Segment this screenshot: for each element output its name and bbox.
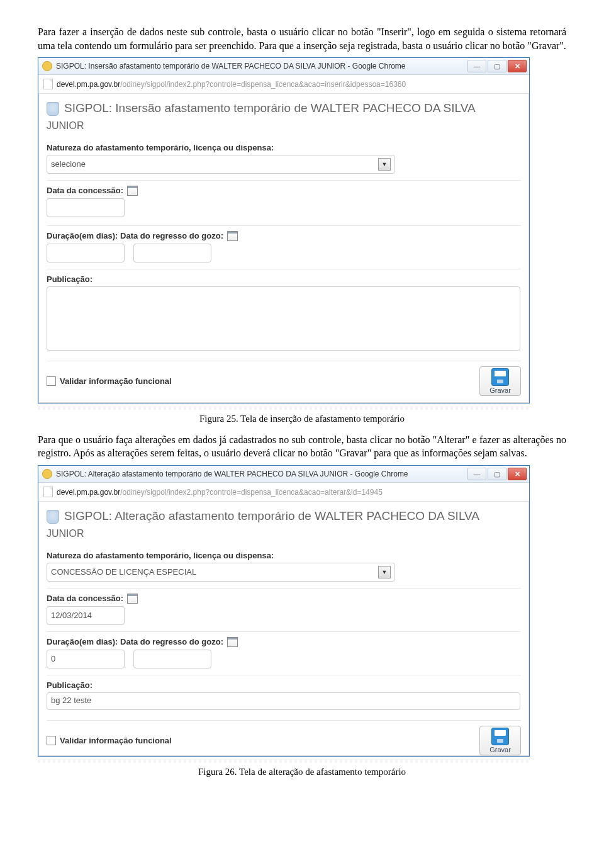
publicacao-label: Publicação:: [47, 680, 521, 690]
page-title-line2: JUNIOR: [47, 120, 521, 132]
chevron-down-icon[interactable]: ▼: [378, 158, 391, 171]
calendar-icon[interactable]: [227, 231, 238, 241]
save-disk-icon: [491, 728, 509, 745]
window-title: SIGPOL: Insersão afastamento temporário …: [56, 62, 466, 70]
validar-checkbox[interactable]: Validar informação funcional: [47, 376, 172, 386]
field-publicacao: Publicação: bg 22 teste: [47, 675, 521, 716]
duracao-input[interactable]: [47, 244, 125, 262]
address-bar[interactable]: devel.pm.pa.gov.br/odiney/sigpol/index2.…: [38, 483, 529, 502]
page-title-line1: SIGPOL: Alteração afastamento temporário…: [64, 508, 479, 524]
address-bar[interactable]: devel.pm.pa.gov.br/odiney/sigpol/index2.…: [38, 75, 529, 94]
page-title: SIGPOL: Insersão afastamento temporário …: [47, 100, 521, 116]
url-host: devel.pm.pa.gov.br: [57, 80, 120, 89]
chrome-favicon-icon: [42, 61, 52, 71]
field-publicacao: Publicação:: [47, 269, 521, 357]
minimize-button[interactable]: —: [467, 60, 486, 72]
data-regresso-input[interactable]: [133, 244, 211, 262]
intro-paragraph-2: Para que o usuário faça alterações em da…: [38, 433, 566, 460]
duracao-label: Duração(em dias): Data do regresso do go…: [47, 637, 521, 647]
data-concessao-label: Data da concessão:: [47, 594, 521, 604]
bottom-row: Validar informação funcional Gravar: [47, 361, 521, 396]
natureza-select[interactable]: CONCESSÃO DE LICENÇA ESPECIAL ▼: [47, 563, 395, 582]
page-title-line1: SIGPOL: Insersão afastamento temporário …: [64, 100, 476, 116]
data-regresso-input[interactable]: [133, 650, 211, 668]
titlebar: SIGPOL: Insersão afastamento temporário …: [38, 58, 529, 75]
duracao-input[interactable]: 0: [47, 650, 125, 668]
crop-edge: [38, 406, 528, 410]
natureza-label: Natureza do afastamento temporário, lice…: [47, 143, 521, 152]
page-icon: [43, 79, 53, 89]
gravar-label: Gravar: [489, 386, 511, 394]
publicacao-textarea[interactable]: [47, 286, 520, 351]
calendar-icon[interactable]: [127, 594, 138, 604]
screenshot-window-insert: SIGPOL: Insersão afastamento temporário …: [38, 57, 530, 403]
window-buttons: — ▢ ✕: [466, 60, 527, 72]
publicacao-textarea[interactable]: bg 22 teste: [47, 692, 520, 710]
gravar-button[interactable]: Gravar: [479, 366, 521, 396]
gravar-label: Gravar: [489, 746, 511, 753]
natureza-label: Natureza do afastamento temporário, lice…: [47, 551, 521, 560]
page-content: SIGPOL: Alteração afastamento temporário…: [38, 502, 529, 756]
data-concessao-label: Data da concessão:: [47, 186, 521, 196]
natureza-value: CONCESSÃO DE LICENÇA ESPECIAL: [51, 567, 196, 577]
close-button[interactable]: ✕: [508, 60, 527, 72]
gravar-button[interactable]: Gravar: [479, 726, 521, 755]
page-title: SIGPOL: Alteração afastamento temporário…: [47, 508, 521, 524]
maximize-button[interactable]: ▢: [488, 60, 506, 72]
data-concessao-label-text: Data da concessão:: [47, 186, 123, 195]
validar-checkbox[interactable]: Validar informação funcional: [47, 736, 172, 745]
url-host: devel.pm.pa.gov.br: [57, 488, 120, 497]
shield-icon: [47, 102, 59, 116]
save-disk-icon: [491, 368, 509, 386]
titlebar: SIGPOL: Alteração afastamento temporário…: [38, 466, 529, 483]
checkbox-icon[interactable]: [47, 376, 56, 386]
figure-caption-26: Figura 26. Tela de alteração de afastame…: [38, 767, 566, 777]
url-path: /odiney/sigpol/index2.php?controle=dispe…: [120, 80, 406, 89]
duracao-label-text: Duração(em dias): Data do regresso do go…: [47, 231, 223, 240]
window-buttons: — ▢ ✕: [466, 468, 527, 480]
bottom-row: Validar informação funcional Gravar: [47, 720, 521, 755]
duracao-label: Duração(em dias): Data do regresso do go…: [47, 231, 521, 241]
field-natureza: Natureza do afastamento temporário, lice…: [47, 140, 521, 180]
screenshot-window-edit: SIGPOL: Alteração afastamento temporário…: [38, 465, 530, 757]
minimize-button[interactable]: —: [467, 468, 486, 480]
close-button[interactable]: ✕: [508, 468, 527, 480]
maximize-button[interactable]: ▢: [488, 468, 506, 480]
shield-icon: [47, 510, 59, 524]
field-natureza: Natureza do afastamento temporário, lice…: [47, 548, 521, 588]
calendar-icon[interactable]: [127, 186, 138, 196]
calendar-icon[interactable]: [227, 637, 238, 647]
validar-label: Validar informação funcional: [60, 736, 172, 745]
data-concessao-label-text: Data da concessão:: [47, 594, 123, 603]
page-content: SIGPOL: Insersão afastamento temporário …: [38, 94, 529, 403]
window-title: SIGPOL: Alteração afastamento temporário…: [56, 470, 466, 478]
natureza-value: selecione: [51, 159, 86, 169]
page-title-line2: JUNIOR: [47, 528, 521, 539]
data-concessao-input[interactable]: [47, 198, 125, 217]
duracao-label-text: Duração(em dias): Data do regresso do go…: [47, 637, 223, 646]
data-concessao-input[interactable]: 12/03/2014: [47, 606, 125, 625]
publicacao-label: Publicação:: [47, 274, 521, 284]
chevron-down-icon[interactable]: ▼: [378, 566, 391, 578]
chrome-favicon-icon: [42, 469, 52, 479]
natureza-select[interactable]: selecione ▼: [47, 155, 395, 174]
field-duracao: Duração(em dias): Data do regresso do go…: [47, 631, 521, 675]
intro-paragraph-1: Para fazer a inserção de dados neste sub…: [38, 25, 566, 52]
url-path: /odiney/sigpol/index2.php?controle=dispe…: [120, 488, 383, 497]
checkbox-icon[interactable]: [47, 736, 56, 745]
crop-edge: [38, 759, 528, 763]
validar-label: Validar informação funcional: [60, 376, 172, 386]
figure-caption-25: Figura 25. Tela de inserção de afastamen…: [38, 414, 566, 424]
field-duracao: Duração(em dias): Data do regresso do go…: [47, 225, 521, 269]
field-data-concessao: Data da concessão: 12/03/2014: [47, 588, 521, 631]
page-icon: [43, 487, 53, 497]
field-data-concessao: Data da concessão:: [47, 180, 521, 225]
